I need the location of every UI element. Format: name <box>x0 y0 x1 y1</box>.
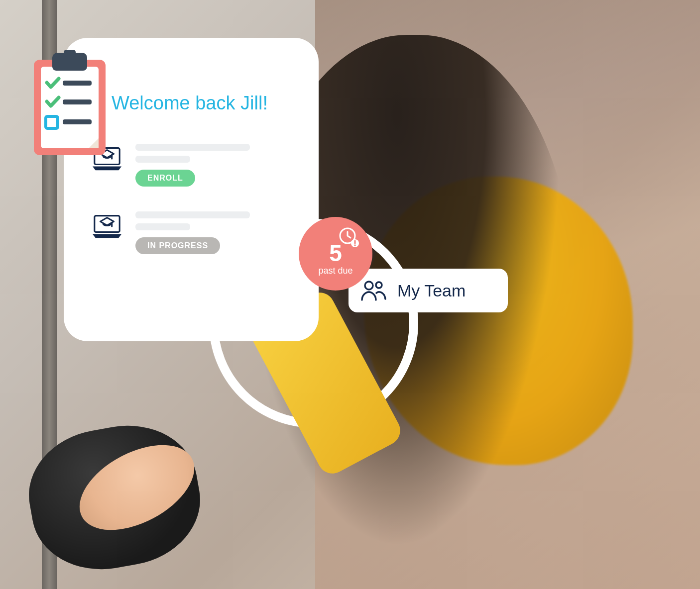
course-title-placeholder <box>135 144 250 151</box>
welcome-title: Welcome back Jill! <box>112 93 291 114</box>
course-item[interactable]: IN PROGRESS <box>92 211 291 254</box>
svg-rect-6 <box>63 99 92 104</box>
svg-rect-8 <box>63 119 92 124</box>
my-team-label: My Team <box>397 281 466 300</box>
enroll-button[interactable]: ENROLL <box>135 170 195 187</box>
course-title-placeholder <box>135 211 250 218</box>
svg-point-13 <box>376 282 382 288</box>
course-subtitle-placeholder <box>135 223 190 230</box>
checklist-clipboard-icon <box>30 50 110 159</box>
past-due-badge[interactable]: 5 past due <box>299 217 372 291</box>
in-progress-badge: IN PROGRESS <box>135 237 220 254</box>
past-due-label: past due <box>318 266 352 276</box>
elearning-icon <box>92 211 122 239</box>
course-item[interactable]: ENROLL <box>92 144 291 187</box>
my-team-card[interactable]: My Team <box>349 269 508 312</box>
svg-rect-3 <box>41 67 99 148</box>
clock-alert-icon <box>338 226 360 251</box>
svg-rect-5 <box>63 81 92 86</box>
course-subtitle-placeholder <box>135 156 190 163</box>
svg-rect-4 <box>64 50 76 57</box>
team-icon <box>360 279 386 302</box>
svg-point-12 <box>365 282 373 290</box>
svg-point-11 <box>354 244 355 246</box>
course-summary: IN PROGRESS <box>135 211 291 254</box>
course-summary: ENROLL <box>135 144 291 187</box>
